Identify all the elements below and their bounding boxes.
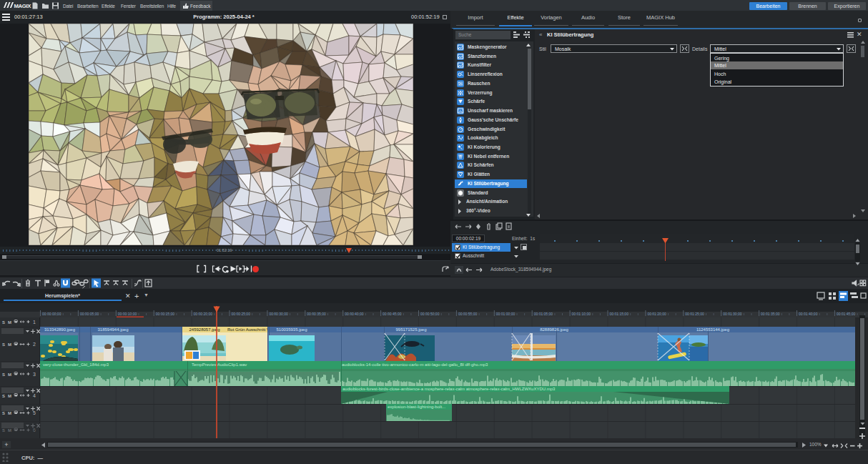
svg-text:00:00:30;00: 00:00:30;00 [269, 312, 288, 316]
svg-text:00:00:40;00: 00:00:40;00 [345, 312, 364, 316]
svg-text:00:00:05;00: 00:00:05;00 [80, 312, 99, 316]
svg-text:00:01:30;00: 00:01:30;00 [723, 312, 742, 316]
svg-text:00:00:35;00: 00:00:35;00 [307, 312, 326, 316]
svg-text:00:01:10;00: 00:01:10;00 [572, 312, 591, 316]
svg-text:00:01:40;00: 00:01:40;00 [799, 312, 818, 316]
svg-text:MAGIX: MAGIX [14, 3, 32, 9]
svg-text:00:00:20;00: 00:00:20;00 [194, 312, 213, 316]
svg-text:00:00:50;00: 00:00:50;00 [420, 312, 440, 316]
svg-text:00:01:20;00: 00:01:20;00 [647, 312, 666, 316]
svg-text:00:00:45;00: 00:00:45;00 [383, 312, 402, 316]
svg-text:00:00:55;00: 00:00:55;00 [458, 312, 478, 316]
svg-text:00:00:10;00: 00:00:10;00 [118, 312, 137, 316]
svg-text:00:01:35;00: 00:01:35;00 [761, 312, 780, 316]
svg-text:00:01:05;00: 00:01:05;00 [534, 312, 553, 316]
svg-text:00:01:00;00: 00:01:00;00 [496, 312, 516, 316]
svg-text:00:00:15;00: 00:00:15;00 [156, 312, 175, 316]
svg-text:00:00:00;00: 00:00:00;00 [42, 312, 61, 316]
svg-text:00:00:25;00: 00:00:25;00 [232, 312, 251, 316]
svg-text:00:01:15;00: 00:01:15;00 [610, 312, 629, 316]
svg-text:00:01:45;00: 00:01:45;00 [837, 312, 856, 316]
svg-text:00:01:25;00: 00:01:25;00 [685, 312, 704, 316]
